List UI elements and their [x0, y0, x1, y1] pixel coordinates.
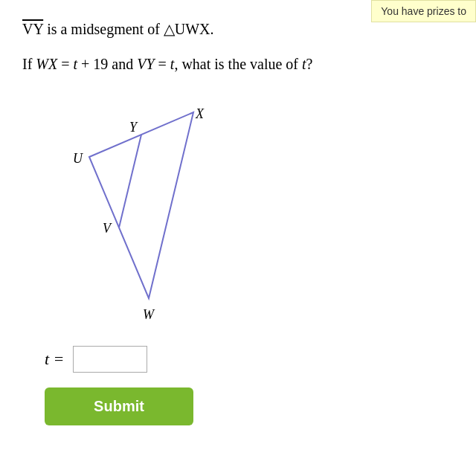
prize-banner: You have prizes to	[371, 0, 476, 22]
question-line: If WX = t + 19 and VY = t, what is the v…	[22, 53, 454, 75]
answer-area: t =	[45, 346, 431, 373]
answer-input[interactable]	[73, 346, 147, 373]
label-y: Y	[129, 120, 138, 135]
triangle-diagram: U X W Y V	[52, 90, 216, 328]
vy-overline: VY	[22, 21, 43, 37]
prize-banner-text: You have prizes to	[381, 5, 466, 17]
answer-label: t =	[45, 350, 64, 369]
statement-rest: is a midsegment of △UWX.	[47, 21, 213, 37]
label-v: V	[103, 221, 112, 236]
submit-button[interactable]: Submit	[45, 387, 193, 425]
triangle-container: U X W Y V	[52, 90, 454, 331]
triangle-uwx	[89, 112, 193, 298]
main-content: VY is a midsegment of △UWX. If WX = t + …	[0, 0, 476, 455]
label-x: X	[195, 106, 205, 121]
midsegment-vy	[119, 135, 141, 228]
label-u: U	[73, 151, 83, 166]
label-w: W	[143, 307, 155, 322]
